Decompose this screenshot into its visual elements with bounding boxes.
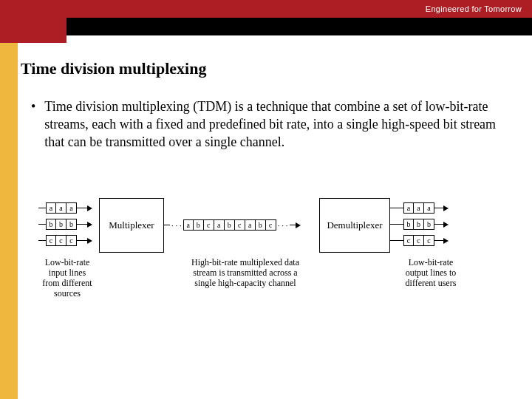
cell: a [214, 219, 225, 231]
cell: b [256, 219, 266, 231]
cell: b [403, 219, 414, 230]
slide: Engineered for Tomorrow Time division mu… [0, 0, 532, 399]
cell: b [56, 219, 66, 230]
cell: c [204, 219, 214, 231]
ellipsis: · · · [170, 221, 183, 230]
caption-output: Low-bit-rateoutput lines todifferent use… [398, 257, 464, 288]
bullet-item: • Time division multiplexing (TDM) is a … [21, 98, 517, 151]
cell: a [56, 202, 66, 214]
caption-input: Low-bit-rateinput linesfrom differentsou… [34, 257, 100, 299]
input-stream-a: a a a [38, 202, 92, 214]
cell: c [403, 235, 414, 246]
cell: b [424, 219, 434, 230]
cell: a [414, 202, 424, 214]
cell: b [225, 219, 235, 231]
header-notch [0, 18, 66, 43]
cell: c [235, 219, 245, 231]
slide-title: Time division multiplexing [21, 59, 517, 78]
cell: c [56, 235, 66, 246]
cell: c [46, 235, 56, 246]
cell: a [66, 202, 77, 214]
cell: c [266, 219, 276, 231]
cell: a [403, 202, 414, 214]
cell: a [46, 202, 56, 214]
cell: c [66, 235, 77, 246]
input-stream-c: c c c [38, 235, 92, 246]
tdm-diagram: a a a b b b c c c Multiplexer · · · a b [38, 198, 502, 346]
bullet-dot-icon: • [31, 98, 35, 151]
cell: c [414, 235, 424, 246]
cell: a [183, 219, 194, 231]
output-stream-b: b b b [390, 219, 449, 230]
cell: a [424, 202, 434, 214]
input-stream-b: b b b [38, 219, 92, 230]
left-accent-bar [0, 18, 18, 399]
caption-mid: High-bit-rate multiplexed datastream is … [179, 257, 312, 288]
demultiplexer-box: Demultiplexer [319, 198, 390, 253]
cell: c [424, 235, 434, 246]
cell: b [194, 219, 204, 231]
cell: b [66, 219, 77, 230]
cell: b [46, 219, 56, 230]
output-stream-c: c c c [390, 235, 449, 246]
ellipsis: · · · [276, 221, 290, 230]
cell: a [245, 219, 256, 231]
cell: b [414, 219, 424, 230]
multiplexed-stream: · · · a b c a b c a b c · · · [164, 219, 301, 231]
bullet-text: Time division multiplexing (TDM) is a te… [44, 98, 517, 151]
header-subbar [0, 18, 532, 35]
output-stream-a: a a a [390, 202, 449, 214]
content-area: Time division multiplexing • Time divisi… [21, 59, 517, 151]
multiplexer-box: Multiplexer [99, 198, 164, 253]
brand-text: Engineered for Tomorrow [426, 0, 522, 18]
